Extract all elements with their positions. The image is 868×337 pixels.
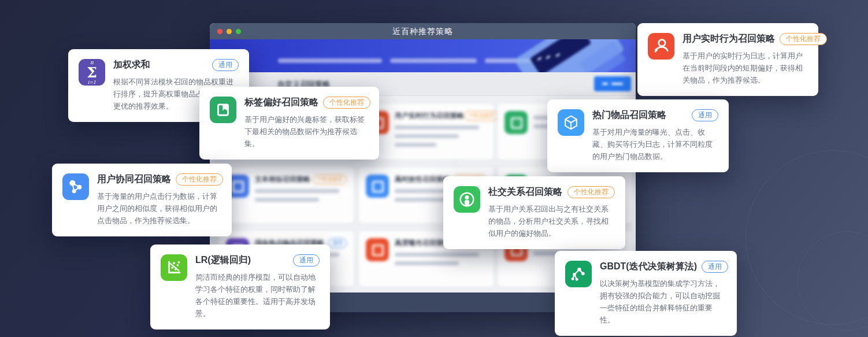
card-title: 用户协同召回策略 xyxy=(97,173,171,186)
card-title: LR(逻辑回归) xyxy=(195,254,251,266)
card-tag-preference: 标签偏好召回策略 个性化推荐 基于用户偏好的兴趣标签，获取标签下最相关的物品数据… xyxy=(199,87,379,160)
text-line-placeholder xyxy=(278,58,382,63)
device-detail xyxy=(546,55,550,60)
card-description: 以决策树为基模型的集成学习方法，拥有较强的拟合能力，可以自动挖掘一些特征的组合并… xyxy=(600,277,726,326)
text-line-placeholder xyxy=(255,198,319,202)
card-title: 社交关系召回策略 xyxy=(488,186,562,198)
card-description: 基于用户关系召回出与之有社交关系的物品，分析用户社交关系，寻找相似用户的偏好物品… xyxy=(488,203,615,239)
badge-personalized: 个性化推荐 xyxy=(780,33,827,45)
tree-nodes-icon xyxy=(565,261,592,287)
hero-banner xyxy=(210,39,636,72)
zoom-button[interactable] xyxy=(236,29,241,34)
badge-personalized: 个性化推荐 xyxy=(567,186,615,198)
card-description: 基于对用户海量的曝光、点击、收藏、购买等行为日志，计算不同粒度的用户热门物品数据… xyxy=(592,126,718,162)
strategy-title: 用户实时行为召回策略 xyxy=(395,111,464,121)
card-description: 基于海量的用户点击行为数据，计算用户之间的相似度，获得相似用户的点击物品，作为推… xyxy=(97,190,221,227)
card-description: 基于用户的实时行为日志，计算用户在当前时间段内的短期偏好，获得相关物品，作为推荐… xyxy=(682,50,808,86)
text-line-placeholder xyxy=(395,143,436,147)
card-title: GBDT(迭代决策树算法) xyxy=(600,261,697,273)
strategy-title: 高度曝光召回策略 xyxy=(395,238,450,248)
window-title: 近百种推荐策略 xyxy=(210,23,636,39)
card-description: 基于用户偏好的兴趣标签，获取标签下最相关的物品数据作为推荐候选集。 xyxy=(244,113,369,150)
card-title: 标签偏好召回策略 xyxy=(244,97,318,109)
card-description: 简洁而经典的排序模型，可以自动地学习各个特征的权重，同时帮助了解各个特征的重要性… xyxy=(195,271,320,320)
card-user-collaborative: 用户协同召回策略 个性化推荐 基于海量的用户点击行为数据，计算用户之间的相似度，… xyxy=(52,164,232,236)
text-line-placeholder xyxy=(395,261,459,265)
strategy-title: 文本相似召回策略 xyxy=(255,175,310,184)
share-network-icon xyxy=(62,173,89,200)
badge-general: 通用 xyxy=(293,254,320,266)
badge-general: 通用 xyxy=(212,59,239,71)
strategy-badge: 个性化推荐 xyxy=(313,175,347,184)
strategy-badge: 个性化推荐 xyxy=(464,111,498,121)
text-line-placeholder xyxy=(255,189,339,193)
badge-personalized: 个性化推荐 xyxy=(323,97,370,109)
card-lr: LR(逻辑回归) 通用 简洁而经典的排序模型，可以自动地学习各个特征的权重，同时… xyxy=(150,245,330,329)
strategy-title: 高时效性召回策略 xyxy=(395,175,450,184)
badge-general: 通用 xyxy=(702,261,728,273)
cube-icon xyxy=(558,109,584,136)
text-line-placeholder xyxy=(390,58,477,63)
podcast-person-icon xyxy=(454,186,480,213)
badge-personalized: 个性化推荐 xyxy=(176,173,223,186)
device-detail xyxy=(555,53,560,57)
minimize-button[interactable] xyxy=(227,29,232,34)
device-detail xyxy=(537,57,541,61)
card-social-relation: 社交关系召回策略 个性化推荐 基于用户关系召回出与之有社交关系的物品，分析用户社… xyxy=(443,176,625,249)
close-button[interactable] xyxy=(217,29,222,34)
card-realtime-behavior: 用户实时行为召回策略 个性化推荐 基于用户的实时行为日志，计算用户在当前时间段内… xyxy=(637,23,818,96)
book-icon xyxy=(505,111,528,134)
book-icon xyxy=(210,97,236,123)
grid-icon xyxy=(366,238,389,261)
traffic-lights xyxy=(217,29,241,34)
translate-icon xyxy=(366,175,389,198)
card-title: 热门物品召回策略 xyxy=(592,109,666,121)
card-title: 用户实时行为召回策略 xyxy=(682,33,775,45)
page-root: 近百种推荐策略 自定义召回策略 xyxy=(0,0,868,337)
sigma-icon: nΣi=1 xyxy=(79,59,105,86)
user-icon xyxy=(648,33,674,60)
badge-general: 通用 xyxy=(692,109,718,121)
strategy-badge: 通用 xyxy=(328,238,347,248)
card-title: 加权求和 xyxy=(113,59,150,71)
text-line-placeholder xyxy=(395,125,479,129)
card-gbdt: GBDT(迭代决策树算法) 通用 以决策树为基模型的集成学习方法，拥有较强的拟合… xyxy=(555,251,737,336)
window-titlebar: 近百种推荐策略 xyxy=(210,23,636,39)
scatter-chart-icon xyxy=(161,254,187,281)
text-line-placeholder xyxy=(395,253,479,257)
text-line-placeholder xyxy=(395,134,459,138)
card-hot-items: 热门物品召回策略 通用 基于对用户海量的曝光、点击、收藏、购买等行为日志，计算不… xyxy=(547,99,729,172)
strategy-card: 文本相似召回策略 个性化推荐 xyxy=(219,168,354,223)
primary-action-button[interactable] xyxy=(594,76,631,91)
hero-content xyxy=(210,39,636,72)
